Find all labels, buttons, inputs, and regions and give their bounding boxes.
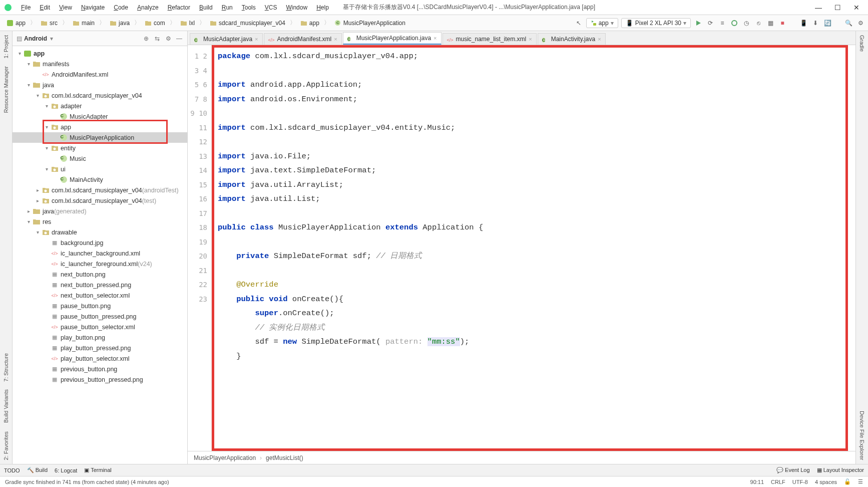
settings-icon[interactable]: ⚙ [856, 19, 865, 28]
breadcrumb[interactable]: app〉src〉main〉java〉com〉lxl〉sdcard_musicpl… [3, 18, 409, 28]
tree-item-play-button-pressed-png[interactable]: ▦play_button_pressed.png [13, 343, 187, 353]
sidebar-tab-build-variants[interactable]: Build Variants [2, 385, 10, 427]
tree-item-entity[interactable]: ▾entity [13, 143, 187, 153]
close-icon[interactable]: × [255, 36, 258, 42]
tree-item-play-button-selector-xml[interactable]: </>play_button_selector.xml [13, 353, 187, 364]
tool-todo[interactable]: TODO [4, 467, 20, 473]
close-icon[interactable]: × [529, 36, 532, 42]
code-editor[interactable]: package com.lxl.sdcard_musicplayer_v04.a… [212, 45, 855, 451]
tree-item-com-lxl-sdcard-musicplayer-v04[interactable]: ▾com.lxl.sdcard_musicplayer_v04 [13, 90, 187, 101]
line-sep[interactable]: CRLF [771, 479, 785, 485]
collapse-icon[interactable]: ⇆ [153, 35, 161, 43]
tree-item-next-button-selector-xml[interactable]: </>next_button_selector.xml [13, 290, 187, 301]
tree-item-AndroidManifest-xml[interactable]: </>AndroidManifest.xml [13, 69, 187, 80]
close-icon[interactable]: × [334, 36, 337, 42]
stop-icon[interactable]: ■ [778, 19, 787, 28]
tree-item-drawable[interactable]: ▾drawable [13, 227, 187, 237]
tree-item-next-button-pressed-png[interactable]: ▦next_button_pressed.png [13, 280, 187, 290]
run-config-selector[interactable]: app ▾ [586, 18, 618, 28]
menubar[interactable]: FileEditViewNavigateCodeAnalyzeRefactorB… [17, 2, 333, 13]
editor-breadcrumb[interactable]: MusicPlayerApplication › getMusicList() [188, 451, 855, 464]
menu-file[interactable]: File [17, 2, 35, 13]
tree-item-app[interactable]: ▾app [13, 48, 187, 59]
tab-music_name_list_item.xml[interactable]: </>music_name_list_item.xml× [443, 33, 537, 45]
profile-icon[interactable]: ◷ [742, 19, 751, 28]
attach-debugger-icon[interactable]: ⎋ [754, 19, 763, 28]
menu-refactor[interactable]: Refactor [164, 2, 194, 13]
crumb-main[interactable]: main [69, 18, 98, 28]
menu-navigate[interactable]: Navigate [77, 2, 109, 13]
tree-item-pause-button-pressed-png[interactable]: ▦pause_button_pressed.png [13, 311, 187, 322]
sidebar-tab-resource-manager[interactable]: Resource Manager [2, 62, 10, 117]
crumb-com[interactable]: com [141, 18, 169, 28]
menu-view[interactable]: View [55, 2, 76, 13]
right-tool-strip[interactable]: Gradle Device File Explorer [855, 31, 868, 464]
tool-logcat[interactable]: 6: Logcat [55, 467, 77, 473]
tree-item-adapter[interactable]: ▾adapter [13, 101, 187, 111]
debug-icon[interactable] [730, 19, 739, 28]
sdk-icon[interactable]: ⬇ [811, 19, 820, 28]
tool-layout-inspector[interactable]: ▦ Layout Inspector [817, 467, 864, 473]
tree-item-ic-launcher-foreground-xml[interactable]: </>ic_launcher_foreground.xml (v24) [13, 259, 187, 269]
tree-item-java[interactable]: ▸java (generated) [13, 206, 187, 216]
tree-item-next-button-png[interactable]: ▦next_button.png [13, 269, 187, 280]
menu-code[interactable]: Code [110, 2, 132, 13]
tree-item-MusicPlayerApplication[interactable]: CMusicPlayerApplication [13, 132, 187, 143]
back-icon[interactable]: ↖ [574, 19, 583, 28]
tree-item-MainActivity[interactable]: CMainActivity [13, 174, 187, 185]
tree-item-Music[interactable]: CMusic [13, 153, 187, 164]
close-icon[interactable]: × [598, 36, 601, 42]
tree-item-pause-button-png[interactable]: ▦pause_button.png [13, 301, 187, 311]
indent[interactable]: 4 spaces [815, 479, 837, 485]
tree-item-res[interactable]: ▾res [13, 216, 187, 227]
search-everywhere-icon[interactable]: 🔍 [844, 19, 853, 28]
menu-tools[interactable]: Tools [238, 2, 260, 13]
tree-item-previous-button-pressed-png[interactable]: ▦previous_button_pressed.png [13, 374, 187, 385]
tree-item-com-lxl-sdcard-musicplayer-v04[interactable]: ▸com.lxl.sdcard_musicplayer_v04 (android… [13, 185, 187, 195]
tool-event-log[interactable]: 💬 Event Log [776, 467, 810, 473]
hide-icon[interactable]: — [175, 35, 183, 43]
menu-build[interactable]: Build [195, 2, 217, 13]
run-icon[interactable] [694, 19, 703, 28]
crumb-java[interactable]: java [106, 18, 133, 28]
memory-icon[interactable]: ☰ [858, 478, 863, 485]
encoding[interactable]: UTF-8 [792, 479, 808, 485]
tree-item-background-jpg[interactable]: ▦background.jpg [13, 237, 187, 248]
sidebar-tab-gradle[interactable]: Gradle [858, 31, 866, 56]
crumb-MusicPlayerApplication[interactable]: CMusicPlayerApplication [331, 18, 409, 28]
maximize-button[interactable]: ☐ [830, 4, 845, 12]
left-tool-strip[interactable]: 1: Project Resource Manager 7: Structure… [0, 31, 13, 464]
crumb-lxl[interactable]: lxl [177, 18, 198, 28]
avd-icon[interactable]: 📱 [799, 19, 808, 28]
tree-item-pause-button-selector-xml[interactable]: </>pause_button_selector.xml [13, 322, 187, 332]
tree-item-play-button-png[interactable]: ▦play_button.png [13, 332, 187, 343]
menu-run[interactable]: Run [218, 2, 237, 13]
tool-build[interactable]: 🔨 Build [27, 467, 48, 473]
minimize-button[interactable]: — [811, 4, 826, 12]
tree-item-java[interactable]: ▾java [13, 80, 187, 90]
menu-window[interactable]: Window [282, 2, 311, 13]
caret-pos[interactable]: 90:11 [750, 479, 764, 485]
apply-changes-icon[interactable]: ⟳ [706, 19, 715, 28]
close-button[interactable]: ✕ [849, 4, 864, 12]
tree-item-manifests[interactable]: ▾manifests [13, 59, 187, 69]
sidebar-tab-project[interactable]: 1: Project [2, 31, 10, 62]
gear-icon[interactable]: ⚙ [164, 35, 172, 43]
sidebar-tab-device-explorer[interactable]: Device File Explorer [858, 407, 866, 464]
editor-tabs[interactable]: CMusicAdapter.java×</>AndroidManifest.xm… [188, 31, 855, 45]
tab-AndroidManifest.xml[interactable]: </>AndroidManifest.xml× [264, 33, 342, 45]
crumb-sdcard_musicplayer_v04[interactable]: sdcard_musicplayer_v04 [206, 18, 289, 28]
crumb-app[interactable]: app [297, 18, 323, 28]
menu-analyze[interactable]: Analyze [133, 2, 163, 13]
tab-MusicPlayerApplication.java[interactable]: CMusicPlayerApplication.java× [343, 32, 442, 45]
view-mode-dropdown[interactable]: ▾ [50, 35, 53, 42]
tab-MainActivity.java[interactable]: CMainActivity.java× [538, 33, 606, 45]
tree-item-MusicAdapter[interactable]: CMusicAdapter [13, 111, 187, 122]
menu-help[interactable]: Help [312, 2, 333, 13]
tree-item-ic-launcher-background-xml[interactable]: </>ic_launcher_background.xml [13, 248, 187, 259]
tool-terminal[interactable]: ▣ Terminal [84, 467, 111, 473]
tree-item-previous-button-png[interactable]: ▦previous_button.png [13, 364, 187, 374]
sidebar-tab-favorites[interactable]: 2: Favorites [2, 427, 10, 464]
close-icon[interactable]: × [433, 35, 437, 41]
device-selector[interactable]: 📱Pixel 2 XL API 30 ▾ [621, 18, 691, 28]
